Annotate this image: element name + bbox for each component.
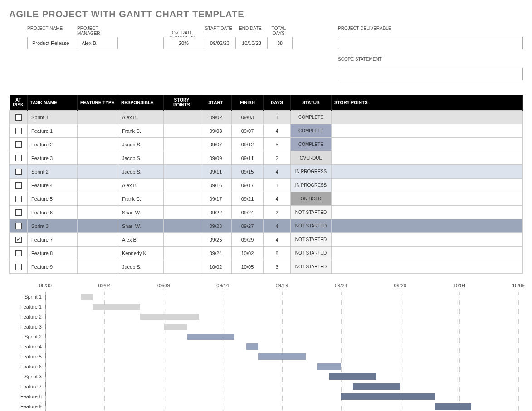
feature-type-cell[interactable] xyxy=(78,233,118,247)
finish-cell[interactable]: 10/05 xyxy=(232,260,264,274)
story-points2-cell[interactable] xyxy=(332,192,523,206)
status-cell[interactable]: NOT STARTED xyxy=(291,219,332,233)
finish-cell[interactable]: 09/11 xyxy=(232,151,264,165)
finish-cell[interactable]: 09/24 xyxy=(232,206,264,219)
responsible-cell[interactable]: Jacob S. xyxy=(118,151,164,165)
start-cell[interactable]: 09/16 xyxy=(200,179,232,192)
status-cell[interactable]: COMPLETE xyxy=(291,124,332,138)
responsible-cell[interactable]: Alex B. xyxy=(118,233,164,247)
story-points-cell[interactable] xyxy=(164,138,200,151)
feature-type-cell[interactable] xyxy=(78,219,118,233)
at-risk-checkbox[interactable] xyxy=(15,141,22,148)
responsible-cell[interactable]: Jacob S. xyxy=(118,138,164,151)
finish-cell[interactable]: 09/27 xyxy=(232,219,264,233)
status-cell[interactable]: ON HOLD xyxy=(291,192,332,206)
start-cell[interactable]: 10/02 xyxy=(200,260,232,274)
status-cell[interactable]: COMPLETE xyxy=(291,111,332,124)
story-points2-cell[interactable] xyxy=(332,179,523,192)
feature-type-cell[interactable] xyxy=(78,260,118,274)
start-cell[interactable]: 09/23 xyxy=(200,219,232,233)
at-risk-checkbox[interactable] xyxy=(15,237,22,243)
responsible-cell[interactable]: Shari W. xyxy=(118,219,164,233)
at-risk-checkbox[interactable] xyxy=(15,223,22,229)
at-risk-checkbox[interactable] xyxy=(15,209,22,216)
status-cell[interactable]: IN PROGRESS xyxy=(291,179,332,192)
at-risk-checkbox[interactable] xyxy=(15,155,22,161)
start-cell[interactable]: 09/22 xyxy=(200,206,232,219)
at-risk-checkbox[interactable] xyxy=(15,264,22,270)
feature-type-cell[interactable] xyxy=(78,206,118,219)
at-risk-checkbox[interactable] xyxy=(15,128,22,134)
at-risk-checkbox[interactable] xyxy=(15,182,22,189)
story-points2-cell[interactable] xyxy=(332,151,523,165)
finish-cell[interactable]: 10/02 xyxy=(232,247,264,260)
status-cell[interactable]: NOT STARTED xyxy=(291,206,332,219)
feature-type-cell[interactable] xyxy=(78,179,118,192)
story-points-cell[interactable] xyxy=(164,179,200,192)
start-date-value[interactable]: 09/02/23 xyxy=(204,37,236,49)
story-points2-cell[interactable] xyxy=(332,260,523,274)
status-cell[interactable]: NOT STARTED xyxy=(291,233,332,247)
start-cell[interactable]: 09/24 xyxy=(200,247,232,260)
finish-cell[interactable]: 09/17 xyxy=(232,179,264,192)
responsible-cell[interactable]: Alex B. xyxy=(118,111,164,124)
story-points2-cell[interactable] xyxy=(332,111,523,124)
at-risk-checkbox[interactable] xyxy=(15,196,22,202)
start-cell[interactable]: 09/02 xyxy=(200,111,232,124)
finish-cell[interactable]: 09/29 xyxy=(232,233,264,247)
status-cell[interactable]: COMPLETE xyxy=(291,138,332,151)
story-points-cell[interactable] xyxy=(164,192,200,206)
story-points-cell[interactable] xyxy=(164,111,200,124)
start-cell[interactable]: 09/07 xyxy=(200,138,232,151)
story-points-cell[interactable] xyxy=(164,124,200,138)
scope-input[interactable] xyxy=(338,68,523,80)
feature-type-cell[interactable] xyxy=(78,165,118,179)
feature-type-cell[interactable] xyxy=(78,151,118,165)
feature-type-cell[interactable] xyxy=(78,192,118,206)
story-points-cell[interactable] xyxy=(164,247,200,260)
deliverable-input[interactable] xyxy=(338,37,523,49)
start-cell[interactable]: 09/11 xyxy=(200,165,232,179)
story-points2-cell[interactable] xyxy=(332,247,523,260)
start-cell[interactable]: 09/03 xyxy=(200,124,232,138)
at-risk-checkbox[interactable] xyxy=(15,114,22,121)
start-cell[interactable]: 09/25 xyxy=(200,233,232,247)
story-points-cell[interactable] xyxy=(164,219,200,233)
status-cell[interactable]: OVERDUE xyxy=(291,151,332,165)
feature-type-cell[interactable] xyxy=(78,124,118,138)
status-cell[interactable]: IN PROGRESS xyxy=(291,165,332,179)
finish-cell[interactable]: 09/07 xyxy=(232,124,264,138)
story-points2-cell[interactable] xyxy=(332,219,523,233)
story-points-cell[interactable] xyxy=(164,151,200,165)
project-manager-value[interactable]: Alex B. xyxy=(77,37,118,49)
feature-type-cell[interactable] xyxy=(78,247,118,260)
story-points-cell[interactable] xyxy=(164,206,200,219)
finish-cell[interactable]: 09/12 xyxy=(232,138,264,151)
responsible-cell[interactable]: Jacob S. xyxy=(118,260,164,274)
responsible-cell[interactable]: Jacob S. xyxy=(118,165,164,179)
story-points-cell[interactable] xyxy=(164,233,200,247)
responsible-cell[interactable]: Shari W. xyxy=(118,206,164,219)
responsible-cell[interactable]: Alex B. xyxy=(118,179,164,192)
story-points2-cell[interactable] xyxy=(332,165,523,179)
story-points2-cell[interactable] xyxy=(332,233,523,247)
finish-cell[interactable]: 09/21 xyxy=(232,192,264,206)
responsible-cell[interactable]: Frank C. xyxy=(118,124,164,138)
story-points2-cell[interactable] xyxy=(332,124,523,138)
start-cell[interactable]: 09/17 xyxy=(200,192,232,206)
at-risk-checkbox[interactable] xyxy=(15,169,22,175)
status-cell[interactable]: NOT STARTED xyxy=(291,247,332,260)
at-risk-checkbox[interactable] xyxy=(15,250,22,256)
status-cell[interactable]: NOT STARTED xyxy=(291,260,332,274)
end-date-value[interactable]: 10/10/23 xyxy=(236,37,268,49)
finish-cell[interactable]: 09/15 xyxy=(232,165,264,179)
story-points2-cell[interactable] xyxy=(332,138,523,151)
project-name-value[interactable]: Product Release xyxy=(27,37,77,49)
feature-type-cell[interactable] xyxy=(78,138,118,151)
start-cell[interactable]: 09/09 xyxy=(200,151,232,165)
feature-type-cell[interactable] xyxy=(78,111,118,124)
responsible-cell[interactable]: Kennedy K. xyxy=(118,247,164,260)
responsible-cell[interactable]: Frank C. xyxy=(118,192,164,206)
story-points2-cell[interactable] xyxy=(332,206,523,219)
finish-cell[interactable]: 09/03 xyxy=(232,111,264,124)
